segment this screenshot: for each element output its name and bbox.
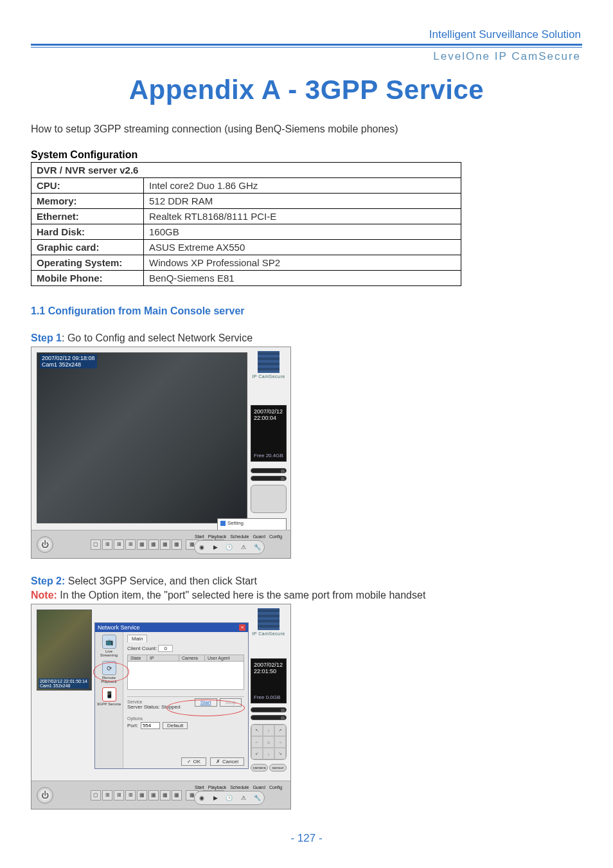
dialog-title: Network Service <box>98 624 140 631</box>
config-icon[interactable]: 🔧 <box>253 543 262 552</box>
sysconf-key-hdd: Hard Disk: <box>31 224 144 240</box>
slider-2[interactable] <box>251 476 287 481</box>
layout-x2-icon-2[interactable]: ▦ <box>148 790 159 800</box>
layout-x4-icon[interactable]: ▦ <box>172 539 182 550</box>
sysconf-key-cpu: CPU: <box>31 178 144 194</box>
slider-group-2 <box>251 707 287 723</box>
toolbar-oval: ◉ ▶ 🕒 ⚠ 🔧 <box>194 540 265 554</box>
layout-6-icon[interactable]: ⊞ <box>114 539 124 550</box>
nav-3gpp-service[interactable]: 📱 3GPP Service <box>96 687 121 706</box>
layout-4-icon[interactable]: ⊞ <box>102 539 112 550</box>
brand-text: IP CamSecure <box>251 374 287 379</box>
layout-x3-icon-2[interactable]: ▦ <box>160 790 170 800</box>
gear-icon <box>220 521 226 526</box>
page-number: - 127 - <box>0 832 613 845</box>
client-count-row: Client Count: 0 <box>127 645 244 652</box>
clock-time: 22:00:04 <box>254 415 283 421</box>
start-button[interactable]: Start <box>195 698 217 707</box>
menu-setting[interactable]: Setting <box>218 519 286 527</box>
ptz-pad[interactable] <box>251 485 287 513</box>
port-label: Port: <box>127 723 138 728</box>
config-icon-2[interactable]: 🔧 <box>253 793 262 802</box>
layout-x2-icon[interactable]: ▦ <box>148 539 159 550</box>
slider-2-2[interactable] <box>251 715 287 720</box>
toolbar-labels: Start Playback Schedule Guard Config <box>195 534 282 539</box>
remote-playback-icon: ⟳ <box>102 661 116 675</box>
network-service-dialog: Network Service × 📺 Live Streaming ⟳ Rem… <box>94 622 249 769</box>
rec-icon-2[interactable]: ◉ <box>197 793 206 802</box>
power-button[interactable]: ⏻ <box>37 536 53 553</box>
check-icon: ✓ <box>187 759 191 764</box>
layout-x3-icon[interactable]: ▦ <box>160 539 170 550</box>
header-line-2: LevelOne IP CamSecure <box>31 50 582 63</box>
layout-6-icon-2[interactable]: ⊞ <box>114 790 124 800</box>
guard-icon-2[interactable]: ⚠ <box>239 793 248 802</box>
camera-link-buttons: camera sensor <box>251 764 287 772</box>
power-button-2[interactable]: ⏻ <box>37 787 53 804</box>
nav-live-streaming[interactable]: 📺 Live Streaming <box>96 635 121 657</box>
sysconf-key-os: Operating System: <box>31 255 144 271</box>
clock-time-2: 22:01:50 <box>254 668 283 674</box>
close-icon[interactable]: × <box>239 624 245 631</box>
page-title: Appendix A - 3GPP Service <box>31 75 582 105</box>
tab-main[interactable]: Main <box>127 635 147 642</box>
default-button[interactable]: Default <box>163 722 188 729</box>
stop-button[interactable]: Stop <box>220 698 242 707</box>
guard-icon[interactable]: ⚠ <box>239 543 248 552</box>
dialog-left-nav: 📺 Live Streaming ⟳ Remote Playback 📱 3GP… <box>95 632 123 768</box>
dialog-titlebar: Network Service × <box>95 623 248 632</box>
layout-grid-buttons: ▢ ⊞ ⊞ ⊞ ▦ ▦ ▦ ▦ <box>91 539 182 550</box>
ok-button[interactable]: ✓OK <box>181 757 207 766</box>
sysconf-key-gpu: Graphic card: <box>31 240 144 255</box>
clock-box: 2007/02/12 22:00:04 Free 20.4GB <box>251 405 287 462</box>
options-label: Options <box>127 716 244 721</box>
layout-9-icon-2[interactable]: ⊞ <box>125 790 136 800</box>
client-table-body <box>127 662 244 690</box>
dialog-right-pane: Main Client Count: 0 State IP Camera Use… <box>123 632 248 768</box>
port-input[interactable] <box>141 722 160 729</box>
schedule-icon[interactable]: 🕒 <box>225 543 234 552</box>
nav-remote-playback[interactable]: ⟳ Remote Playback <box>96 661 121 683</box>
dialog-ok-cancel: ✓OK ✗Cancel <box>181 757 244 766</box>
section-1-1-heading: 1.1 Configuration from Main Console serv… <box>31 305 582 317</box>
layout-1-icon[interactable]: ▢ <box>91 539 101 550</box>
client-count-value: 0 <box>158 645 172 652</box>
x-icon: ✗ <box>216 759 220 764</box>
layout-x1-icon-2[interactable]: ▦ <box>137 790 147 800</box>
3gpp-icon: 📱 <box>102 687 116 701</box>
step-1-text: : Go to Config and select Network Servic… <box>62 332 253 343</box>
play-icon-2[interactable]: ▶ <box>211 793 220 802</box>
ptz-pad-2[interactable]: ↖↑↗ ←⌂→ ↙↓↘ <box>251 724 287 760</box>
sysconf-val-phone: BenQ-Siemens E81 <box>144 271 461 286</box>
client-count-label: Client Count: <box>127 646 157 651</box>
schedule-icon-2[interactable]: 🕒 <box>225 793 234 802</box>
slider-1[interactable] <box>251 468 287 473</box>
screenshot-step1: 2007/02/12 09:18:08Cam1 352x248 IP CamSe… <box>31 347 291 559</box>
menu-backup[interactable]: Backup <box>218 558 286 559</box>
sysconf-val-ethernet: Realtek RTL8168/8111 PCI-E <box>144 209 461 224</box>
layout-4-icon-2[interactable]: ⊞ <box>102 790 112 800</box>
camera-thumb: 2007/02/12 22:01:50:14Cam1 352x248 <box>37 610 92 691</box>
sysconf-label: System Configuration <box>31 149 582 161</box>
layout-x1-icon[interactable]: ▦ <box>137 539 147 550</box>
sysconf-val-memory: 512 DDR RAM <box>144 194 461 209</box>
layout-9-icon[interactable]: ⊞ <box>125 539 136 550</box>
rec-icon[interactable]: ◉ <box>197 543 206 552</box>
sysconf-key-phone: Mobile Phone: <box>31 271 144 286</box>
camera-link-btn[interactable]: camera <box>251 764 268 772</box>
layout-x4-icon-2[interactable]: ▦ <box>172 790 182 800</box>
bottom-toolbar: ⏻ ▢ ⊞ ⊞ ⊞ ▦ ▦ ▦ ▦ ▦ ⟳ ⛶ Start Playback S… <box>31 530 290 558</box>
brand-panel-2: IP CamSecure <box>251 608 287 653</box>
play-icon[interactable]: ▶ <box>211 543 220 552</box>
cancel-button[interactable]: ✗Cancel <box>210 757 244 766</box>
service-section: Service Server Status: Stopped Start Sto… <box>127 696 244 710</box>
note-line: Note: In the Option item, the "port" sel… <box>31 590 582 601</box>
step-2-text: Select 3GPP Service, and then click Star… <box>65 575 257 586</box>
brand-logo-icon <box>258 351 280 373</box>
sensor-link-btn[interactable]: sensor <box>269 764 287 772</box>
step-1-tag: Step 1 <box>31 332 62 343</box>
slider-2-1[interactable] <box>251 707 287 712</box>
step-2-tag: Step 2: <box>31 575 65 586</box>
layout-1-icon-2[interactable]: ▢ <box>91 790 101 800</box>
camera-timestamp: 2007/02/12 09:18:08Cam1 352x248 <box>40 354 97 368</box>
